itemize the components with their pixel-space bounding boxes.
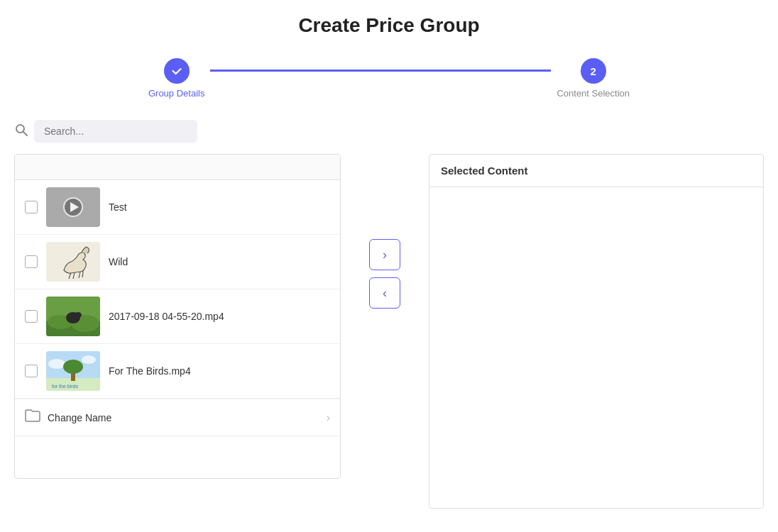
svg-point-8 (75, 312, 82, 318)
page-title: Create Price Group (0, 14, 778, 37)
item-name-2: Wild (109, 256, 128, 267)
step-2: 2 Content Selection (557, 58, 630, 99)
page-header: Create Price Group (0, 0, 778, 44)
svg-point-12 (82, 355, 96, 364)
selected-content-body (429, 187, 763, 499)
svg-point-14 (63, 360, 83, 374)
list-item: for the birds For The Birds.mp4 (15, 344, 340, 399)
change-name-label: Change Name (48, 412, 319, 423)
step-2-label: Content Selection (557, 88, 630, 99)
search-bar (0, 120, 778, 154)
item-checkbox-3[interactable] (25, 310, 38, 323)
item-name-3: 2017-09-18 04-55-20.mp4 (109, 311, 224, 322)
stepper: Group Details 2 Content Selection (0, 44, 778, 120)
list-item: Test (15, 180, 340, 235)
step-1: Group Details (148, 58, 204, 99)
step-2-circle: 2 (581, 58, 606, 84)
play-icon (63, 197, 83, 217)
list-item: 2017-09-18 04-55-20.mp4 (15, 289, 340, 344)
search-icon (14, 123, 28, 140)
step-1-label: Group Details (148, 88, 204, 99)
left-panel-header (15, 155, 340, 180)
search-input[interactable] (34, 120, 197, 143)
change-name-row[interactable]: Change Name › (15, 399, 340, 436)
list-item: Wild (15, 235, 340, 289)
item-checkbox-1[interactable] (25, 201, 38, 214)
right-panel: Selected Content (429, 154, 764, 509)
step-1-circle (164, 58, 190, 84)
item-thumbnail-4: for the birds (46, 351, 100, 391)
item-thumbnail-2 (46, 242, 100, 282)
svg-line-1 (23, 132, 27, 135)
svg-point-11 (48, 359, 65, 369)
item-checkbox-4[interactable] (25, 365, 38, 377)
item-thumbnail-3 (46, 297, 100, 336)
selected-content-header: Selected Content (429, 155, 763, 187)
move-right-button[interactable]: › (369, 239, 400, 270)
item-name-1: Test (109, 201, 127, 213)
item-name-4: For The Birds.mp4 (109, 365, 191, 377)
main-content: Test (0, 154, 778, 509)
item-thumbnail-1 (46, 187, 100, 227)
left-panel: Test (14, 154, 341, 479)
move-left-button[interactable]: ‹ (369, 277, 400, 309)
empty-row (15, 436, 340, 478)
arrow-buttons: › ‹ (341, 239, 429, 309)
item-checkbox-2[interactable] (25, 255, 38, 268)
svg-text:for the birds: for the birds (52, 384, 78, 389)
folder-icon (25, 409, 40, 426)
step-connector (210, 70, 551, 72)
chevron-right-icon: › (327, 411, 330, 424)
